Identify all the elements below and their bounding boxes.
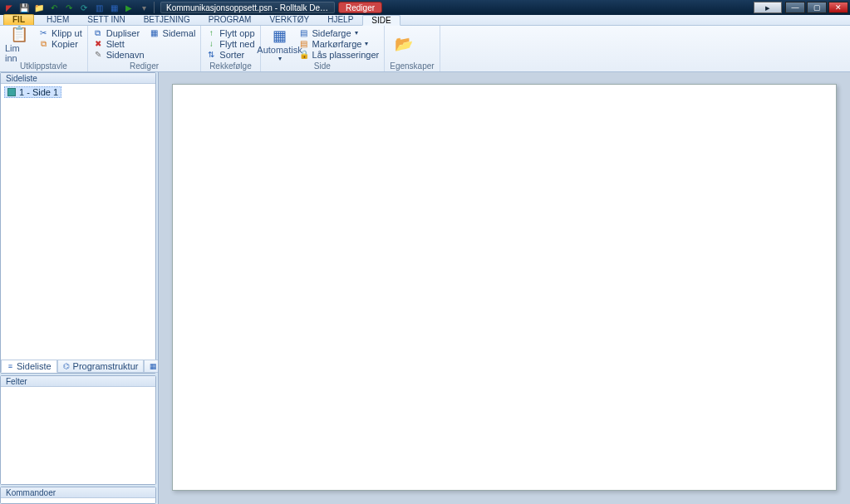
group-label-rekkefolge: Rekkefølge bbox=[206, 61, 254, 71]
copy-icon: ⧉ bbox=[38, 39, 48, 49]
sidenavn-label: Sidenavn bbox=[106, 50, 145, 60]
group-label-utklippstavle: Utklippstavle bbox=[5, 61, 82, 71]
qat-more-icon[interactable]: ▾ bbox=[138, 2, 150, 13]
ribbon-tabs: FIL HJEM SETT INN BETJENING PROGRAM VERK… bbox=[0, 15, 850, 26]
view-tab-label: Sideliste bbox=[17, 361, 52, 371]
kopier-button[interactable]: ⧉ Kopier bbox=[38, 38, 82, 49]
flytt-ned-button[interactable]: ↓ Flytt ned bbox=[206, 38, 254, 49]
group-label-rediger: Rediger bbox=[93, 61, 196, 71]
tab-fil[interactable]: FIL bbox=[3, 14, 34, 25]
os-taskbar: ◤ 💾 📁 ↶ ↷ ⟳ ▥ ▦ ▶ ▾ Kommunikasjonsoppset… bbox=[0, 0, 850, 15]
felter-body[interactable] bbox=[1, 387, 155, 484]
context-chip[interactable]: Rediger bbox=[338, 2, 382, 13]
dupliser-button[interactable]: ⧉ Dupliser bbox=[93, 27, 145, 38]
sorter-label: Sorter bbox=[219, 50, 244, 60]
view-tab-label: Programstruktur bbox=[73, 361, 139, 371]
flytt-opp-label: Flytt opp bbox=[219, 28, 254, 38]
flytt-opp-button[interactable]: ↑ Flytt opp bbox=[206, 27, 254, 38]
sidemal-label: Sidemal bbox=[163, 28, 196, 38]
canvas-area bbox=[158, 72, 850, 504]
redo-icon[interactable]: ↷ bbox=[63, 2, 75, 13]
egenskaper-button[interactable]: 📂 bbox=[390, 27, 418, 61]
side-item[interactable]: 1 - Side 1 bbox=[4, 86, 61, 98]
panel-kommandoer: Kommandoer bbox=[0, 487, 156, 504]
automatisk-button[interactable]: ▦ Automatisk ▾ bbox=[266, 27, 294, 61]
window-close-button[interactable]: ✕ bbox=[828, 2, 848, 13]
group-label-egenskaper: Egenskaper bbox=[390, 61, 434, 71]
tab-betjening[interactable]: BETJENING bbox=[135, 14, 199, 25]
page-thumb-icon bbox=[7, 88, 16, 96]
qat-icon[interactable]: ▥ bbox=[93, 2, 105, 13]
sidenavn-button[interactable]: ✎ Sidenavn bbox=[93, 49, 145, 60]
tab-hjelp[interactable]: HJELP bbox=[318, 14, 362, 25]
window-minimize-button[interactable]: — bbox=[785, 2, 805, 13]
app-logo-icon: ◤ bbox=[3, 2, 15, 13]
thumbs-icon: ▦ bbox=[150, 363, 157, 370]
folder-icon[interactable]: 📁 bbox=[33, 2, 45, 13]
slett-button[interactable]: ✖ Slett bbox=[93, 38, 145, 49]
view-tab-programstruktur[interactable]: ⌬ Programstruktur bbox=[57, 360, 145, 373]
delete-icon: ✖ bbox=[93, 39, 103, 49]
tab-verktoy[interactable]: VERKTØY bbox=[260, 14, 318, 25]
sort-icon: ⇅ bbox=[206, 50, 216, 60]
play-icon[interactable]: ▶ bbox=[123, 2, 135, 13]
divider bbox=[154, 2, 155, 13]
window-maximize-button[interactable]: ▢ bbox=[807, 2, 827, 13]
tab-hjem[interactable]: HJEM bbox=[37, 14, 78, 25]
window-title: Kommunikasjonsoppsett.psn - Rolltalk Des… bbox=[160, 2, 335, 13]
klipp-ut-button[interactable]: ✂ Klipp ut bbox=[38, 27, 82, 38]
markorfarge-button[interactable]: ▤ Markørfarge bbox=[299, 38, 380, 49]
sideliste-body[interactable]: 1 - Side 1 bbox=[1, 84, 155, 360]
duplicate-icon: ⧉ bbox=[93, 28, 103, 38]
page-canvas[interactable] bbox=[172, 84, 837, 491]
kopier-label: Kopier bbox=[52, 39, 78, 49]
cursor-color-icon: ▤ bbox=[299, 39, 309, 49]
arrow-down-icon: ↓ bbox=[206, 39, 216, 49]
view-tab-sideliste[interactable]: ≡ Sideliste bbox=[1, 360, 57, 373]
lim-inn-label: Lim inn bbox=[5, 43, 33, 63]
las-label: Lås plasseringer bbox=[312, 50, 380, 60]
tree-icon: ⌬ bbox=[63, 363, 71, 370]
view-tabs: ≡ Sideliste ⌬ Programstruktur ▦ Miniatyr… bbox=[1, 360, 155, 373]
tab-side[interactable]: SIDE bbox=[362, 15, 400, 26]
group-rekkefolge: ↑ Flytt opp ↓ Flytt ned ⇅ Sorter Rekkefø… bbox=[201, 26, 260, 71]
side-item-label: 1 - Side 1 bbox=[19, 87, 58, 97]
go-button[interactable]: ▸ bbox=[754, 2, 782, 13]
tab-sett-inn[interactable]: SETT INN bbox=[78, 14, 134, 25]
markorfarge-label: Markørfarge bbox=[312, 39, 362, 49]
klipp-ut-label: Klipp ut bbox=[52, 28, 82, 38]
kommandoer-body[interactable] bbox=[1, 498, 155, 503]
left-pane: Sideliste 1 - Side 1 ≡ Sideliste ⌬ Progr… bbox=[0, 72, 158, 504]
qat-icon-2[interactable]: ▦ bbox=[108, 2, 120, 13]
sorter-button[interactable]: ⇅ Sorter bbox=[206, 49, 254, 60]
sidefarge-label: Sidefarge bbox=[312, 28, 351, 38]
lim-inn-button[interactable]: 📋 Lim inn bbox=[5, 27, 33, 61]
tab-program[interactable]: PROGRAM bbox=[199, 14, 261, 25]
las-plasseringer-button[interactable]: 🔒 Lås plasseringer bbox=[299, 49, 380, 60]
scissors-icon: ✂ bbox=[38, 28, 48, 38]
automatisk-label: Automatisk bbox=[257, 45, 302, 55]
refresh-icon[interactable]: ⟳ bbox=[78, 2, 90, 13]
kommandoer-title: Kommandoer bbox=[1, 487, 155, 498]
ribbon: 📋 Lim inn ✂ Klipp ut ⧉ Kopier Utklippsta… bbox=[0, 26, 850, 72]
group-label-side: Side bbox=[266, 61, 380, 71]
save-icon[interactable]: 💾 bbox=[18, 2, 30, 13]
page-color-icon: ▤ bbox=[299, 28, 309, 38]
sidemal-button[interactable]: ▦ Sidemal bbox=[150, 27, 196, 38]
felter-title: Felter bbox=[1, 376, 155, 387]
clipboard-icon: 📋 bbox=[10, 25, 28, 43]
workspace: Sideliste 1 - Side 1 ≡ Sideliste ⌬ Progr… bbox=[0, 72, 850, 504]
folder-open-icon: 📂 bbox=[395, 35, 413, 53]
undo-icon[interactable]: ↶ bbox=[48, 2, 60, 13]
template-icon: ▦ bbox=[150, 28, 160, 38]
rename-icon: ✎ bbox=[93, 50, 103, 60]
group-egenskaper: 📂 Egenskaper bbox=[385, 26, 440, 71]
arrow-up-icon: ↑ bbox=[206, 28, 216, 38]
sideliste-title: Sideliste bbox=[1, 73, 155, 84]
dupliser-label: Dupliser bbox=[106, 28, 140, 38]
panel-felter: Felter bbox=[0, 375, 156, 485]
flytt-ned-label: Flytt ned bbox=[219, 39, 254, 49]
group-rediger: ⧉ Dupliser ✖ Slett ✎ Sidenavn ▦ Sidemal bbox=[88, 26, 202, 71]
list-icon: ≡ bbox=[7, 363, 14, 370]
sidefarge-button[interactable]: ▤ Sidefarge bbox=[299, 27, 380, 38]
